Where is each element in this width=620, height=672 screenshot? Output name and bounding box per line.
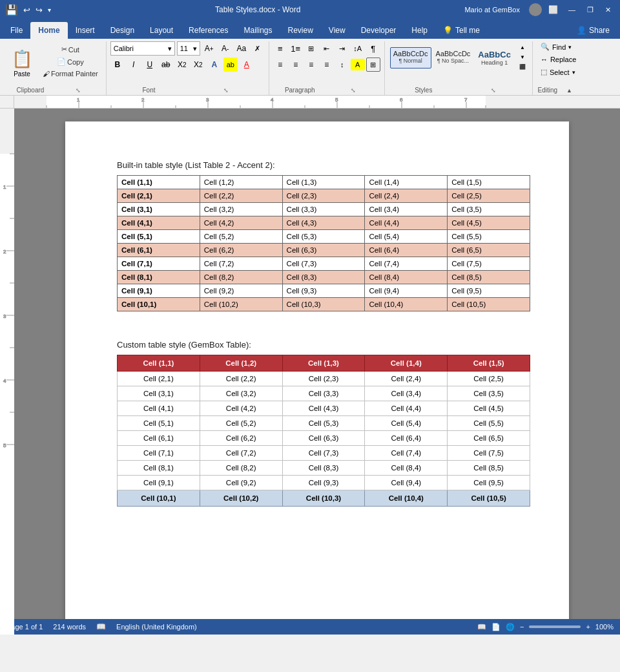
style-normal[interactable]: AaBbCcDc ¶ Normal [390, 47, 431, 68]
tab-insert[interactable]: Insert [68, 22, 103, 39]
style-heading1[interactable]: AaBbCc Heading 1 [475, 47, 514, 68]
paragraph-expand-icon[interactable]: ⤡ [327, 87, 380, 94]
table-cell: Cell (7,5) [448, 257, 530, 271]
table-cell: Cell (4,3) [282, 216, 365, 230]
sort-button[interactable]: ↕A [351, 41, 365, 56]
multilevel-list-button[interactable]: ⊞ [304, 41, 318, 56]
superscript-button[interactable]: X2 [191, 58, 205, 72]
change-case-button[interactable]: Aa [234, 41, 249, 56]
tab-review[interactable]: Review [280, 22, 320, 39]
tab-layout[interactable]: Layout [142, 22, 181, 39]
share-btn[interactable]: 👤 Share [569, 22, 617, 39]
editing-label-text: Editing [537, 87, 559, 94]
tab-tellme[interactable]: 💡 Tell me [435, 22, 488, 39]
gembox-data-cell: Cell (4,2) [200, 401, 282, 416]
gembox-footer-cell: Cell (10,2) [200, 490, 282, 507]
lightbulb-icon: 💡 [443, 26, 453, 35]
font-color-button[interactable]: A [240, 58, 254, 72]
tab-mailings[interactable]: Mailings [236, 22, 280, 39]
svg-text:6: 6 [400, 97, 403, 103]
table-row: Cell (6,1)Cell (6,2)Cell (6,3)Cell (6,4)… [118, 244, 530, 257]
tab-file[interactable]: File [3, 22, 30, 39]
gembox-data-cell: Cell (2,5) [448, 372, 530, 386]
ribbon-group-editing: 🔍 Find ▾ ↔ Replace ⬚ Select ▾ Editing ▲ [533, 41, 584, 95]
table-cell: Cell (3,1) [118, 203, 200, 216]
styles-scroll-up[interactable]: ▲ [518, 43, 527, 52]
print-layout-icon[interactable]: 📄 [491, 623, 501, 631]
web-layout-icon[interactable]: 🌐 [506, 623, 515, 631]
editing-collapse-icon[interactable]: ▲ [559, 87, 581, 94]
ribbon: 📋 Paste ✂ Cut 📄 Copy 🖌 Format Painter [0, 39, 620, 96]
bold-button[interactable]: B [110, 58, 125, 72]
decrease-indent-button[interactable]: ⇤ [320, 41, 334, 56]
replace-button[interactable]: ↔ Replace [537, 54, 580, 65]
styles-expand[interactable]: ⬛ [518, 62, 527, 71]
font-label: Font ⤡ [110, 85, 265, 95]
ribbon-group-paragraph: ≡ 1≡ ⊞ ⇤ ⇥ ↕A ¶ ≡ ≡ ≡ ≡ ↕ A ⊞ [269, 41, 385, 95]
underline-button[interactable]: U [143, 58, 157, 72]
tab-view[interactable]: View [321, 22, 353, 39]
minimize-btn[interactable]: — [564, 5, 579, 15]
font-expand-icon[interactable]: ⤡ [187, 87, 265, 94]
font-grow-button[interactable]: A+ [202, 41, 216, 56]
replace-label: Replace [550, 56, 576, 63]
tab-help[interactable]: Help [404, 22, 435, 39]
paste-button[interactable]: 📋 Paste [6, 41, 37, 85]
find-button[interactable]: 🔍 Find ▾ [537, 41, 580, 52]
svg-text:3: 3 [206, 97, 209, 103]
font-shrink-button[interactable]: A- [218, 41, 232, 56]
clear-format-button[interactable]: ✗ [251, 41, 265, 56]
align-center-button[interactable]: ≡ [289, 58, 303, 72]
strikethrough-button[interactable]: ab [159, 58, 173, 72]
svg-text:4: 4 [271, 97, 274, 103]
bullets-button[interactable]: ≡ [273, 41, 287, 56]
restore-btn[interactable]: ❐ [583, 5, 597, 16]
gembox-footer-cell: Cell (10,1) [118, 490, 200, 507]
undo-btn[interactable]: ↩ [23, 5, 30, 15]
increase-indent-button[interactable]: ⇥ [335, 41, 349, 56]
gembox-data-cell: Cell (5,1) [118, 416, 200, 431]
show-formatting-button[interactable]: ¶ [366, 41, 380, 56]
italic-button[interactable]: I [127, 58, 141, 72]
font-name-dropdown[interactable]: Calibri ▾ [110, 41, 175, 56]
cut-button[interactable]: ✂ Cut [40, 44, 101, 55]
font-name-arrow: ▾ [168, 45, 172, 53]
tab-home[interactable]: Home [30, 22, 67, 39]
table-cell: Cell (6,3) [282, 244, 365, 257]
subscript-button[interactable]: X2 [175, 58, 189, 72]
text-highlight-button[interactable]: ab [223, 58, 238, 72]
format-painter-button[interactable]: 🖌 Format Painter [40, 68, 101, 79]
borders-button[interactable]: ⊞ [366, 58, 380, 72]
table-cell: Cell (9,1) [118, 284, 200, 298]
text-effects-button[interactable]: A [207, 58, 222, 72]
word-count: 214 words [53, 623, 86, 631]
read-mode-icon[interactable]: 📖 [477, 623, 486, 631]
styles-expand-icon[interactable]: ⤡ [459, 87, 528, 94]
select-button[interactable]: ⬚ Select ▾ [537, 67, 580, 78]
table-cell: Cell (7,1) [118, 257, 200, 271]
clipboard-expand-icon[interactable]: ⤡ [54, 87, 102, 94]
tab-design[interactable]: Design [103, 22, 142, 39]
redo-btn[interactable]: ↪ [36, 5, 43, 15]
ribbon-display-btn[interactable]: ⬜ [546, 5, 561, 14]
styles-scroll-down[interactable]: ▼ [518, 52, 527, 61]
table-cell: Cell (2,3) [282, 189, 365, 203]
close-btn[interactable]: ✕ [601, 5, 615, 16]
zoom-slider[interactable] [529, 625, 581, 628]
align-right-button[interactable]: ≡ [304, 58, 318, 72]
document-scroll-area[interactable]: Built-in table style (List Table 2 - Acc… [14, 109, 620, 619]
shading-button[interactable]: A [351, 59, 365, 70]
zoom-in-button[interactable]: + [586, 623, 590, 631]
style-nospace[interactable]: AaBbCcDc ¶ No Spac... [433, 47, 474, 68]
copy-button[interactable]: 📄 Copy [40, 56, 101, 67]
line-spacing-button[interactable]: ↕ [335, 58, 349, 72]
tab-developer[interactable]: Developer [353, 22, 404, 39]
numbering-button[interactable]: 1≡ [289, 41, 303, 56]
justify-button[interactable]: ≡ [320, 58, 334, 72]
gembox-data-cell: Cell (7,5) [448, 446, 530, 461]
align-left-button[interactable]: ≡ [273, 58, 287, 72]
gembox-data-row: Cell (9,1)Cell (9,2)Cell (9,3)Cell (9,4)… [118, 476, 530, 490]
tab-references[interactable]: References [181, 22, 236, 39]
font-size-dropdown[interactable]: 11 ▾ [177, 41, 200, 56]
zoom-out-button[interactable]: − [520, 623, 524, 631]
